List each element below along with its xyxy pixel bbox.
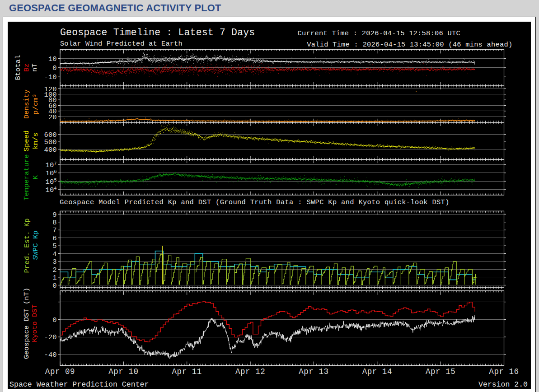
svg-text:104: 104 xyxy=(46,186,57,194)
svg-text:5: 5 xyxy=(52,242,56,250)
svg-text:20: 20 xyxy=(48,113,57,121)
svg-text:6: 6 xyxy=(52,234,56,243)
svg-text:nT: nT xyxy=(31,63,39,72)
svg-text:105: 105 xyxy=(46,177,57,186)
svg-text:Geospace DST (nT): Geospace DST (nT) xyxy=(23,288,31,359)
svg-text:Apr 16: Apr 16 xyxy=(489,367,519,376)
svg-text:10: 10 xyxy=(48,55,57,63)
svg-text:2: 2 xyxy=(52,266,56,274)
svg-text:Kyoto DST: Kyoto DST xyxy=(31,304,39,342)
svg-text:Valid Time : 2026-04-15 13:45:: Valid Time : 2026-04-15 13:45:00 (46 min… xyxy=(307,41,512,49)
svg-text:0: 0 xyxy=(52,282,56,290)
svg-text:Bz: Bz xyxy=(23,63,31,72)
svg-text:p/cm³: p/cm³ xyxy=(32,93,40,115)
svg-text:-10: -10 xyxy=(44,73,57,81)
svg-text:Apr 11: Apr 11 xyxy=(172,367,202,376)
svg-text:4: 4 xyxy=(52,250,56,258)
svg-text:km/s: km/s xyxy=(32,132,40,149)
svg-text:400: 400 xyxy=(44,146,57,154)
svg-text:Apr 14: Apr 14 xyxy=(362,367,392,376)
svg-text:106: 106 xyxy=(46,169,57,177)
svg-text:SWPC Kp: SWPC Kp xyxy=(32,230,40,260)
svg-text:Version 2.0: Version 2.0 xyxy=(478,380,528,389)
svg-text:Density: Density xyxy=(23,89,31,119)
svg-text:1: 1 xyxy=(52,274,56,282)
svg-text:Solar Wind Predicted at Earth: Solar Wind Predicted at Earth xyxy=(60,40,183,48)
svg-text:K: K xyxy=(32,175,40,179)
svg-text:Space Weather Prediction Cente: Space Weather Prediction Center xyxy=(9,380,149,389)
svg-text:Current Time : 2026-04-15 12:5: Current Time : 2026-04-15 12:58:06 UTC xyxy=(298,29,460,37)
svg-text:Apr 09: Apr 09 xyxy=(45,367,75,376)
svg-text:8: 8 xyxy=(52,219,56,227)
svg-text:Btotal: Btotal xyxy=(14,55,22,80)
svg-text:3: 3 xyxy=(52,258,56,266)
svg-text:Apr 13: Apr 13 xyxy=(299,367,328,376)
svg-text:Speed: Speed xyxy=(23,131,31,152)
svg-text:0: 0 xyxy=(52,64,56,72)
svg-text:Apr 15: Apr 15 xyxy=(426,367,455,376)
svg-text:Geospace Timeline : Latest 7 D: Geospace Timeline : Latest 7 Days xyxy=(60,27,255,38)
svg-text:Geospace Model Predicted Kp an: Geospace Model Predicted Kp and DST (Gro… xyxy=(60,198,450,206)
svg-text:Temperature: Temperature xyxy=(23,154,31,200)
svg-text:600: 600 xyxy=(44,131,57,139)
svg-text:Apr 12: Apr 12 xyxy=(235,367,265,376)
svg-text:500: 500 xyxy=(44,138,57,146)
svg-text:107: 107 xyxy=(46,161,57,169)
svg-text:Apr 10: Apr 10 xyxy=(108,367,138,376)
svg-text:0: 0 xyxy=(52,316,56,324)
svg-text:7: 7 xyxy=(52,226,56,234)
svg-text:-20: -20 xyxy=(44,333,57,341)
svg-text:Pred. Est. Kp: Pred. Est. Kp xyxy=(23,219,31,273)
svg-text:-40: -40 xyxy=(44,351,57,359)
svg-text:9: 9 xyxy=(52,211,56,219)
